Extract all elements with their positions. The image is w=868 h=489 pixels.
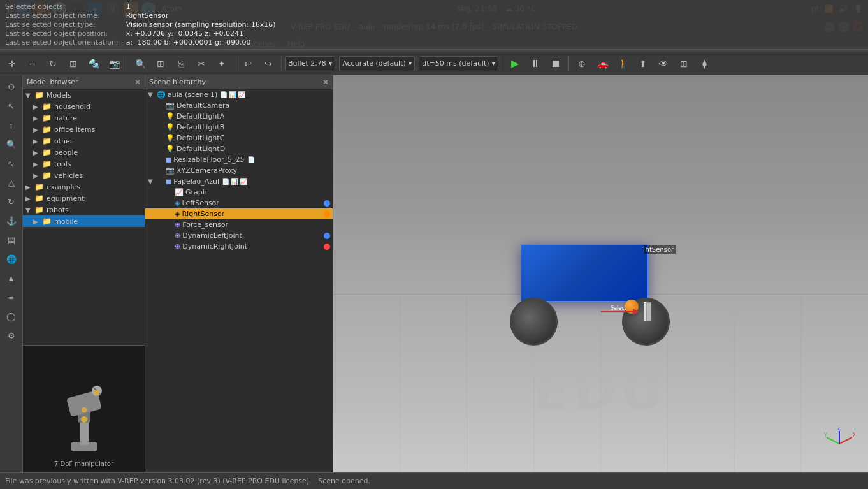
svg-text:Z: Z xyxy=(837,428,841,432)
scene-item-lightD[interactable]: 💡 DefaultLightD xyxy=(145,143,333,154)
scene-item-xyz-proxy[interactable]: 📷 XYZCameraProxy xyxy=(145,165,333,176)
tool-layers[interactable]: ▤ xyxy=(3,231,20,249)
model-browser-tree: ▼ 📁 Models ▶ 📁 household ▶ 📁 nature ▶ 📁 … xyxy=(23,89,145,345)
joint-icon: ⊕ xyxy=(175,221,180,229)
tree-tools[interactable]: ▶ 📁 tools xyxy=(23,158,145,170)
scene-item-label: RightSensor xyxy=(182,210,224,218)
scene-item-label: ResizableFloor_5_25 xyxy=(173,156,244,164)
tool-move[interactable]: ↕ xyxy=(3,116,20,134)
tree-vehicles[interactable]: ▶ 📁 vehicles xyxy=(23,170,145,181)
obj-name-label: Last selected object name: xyxy=(5,11,119,20)
tool-triangle2[interactable]: ▲ xyxy=(3,269,20,287)
tool-globe[interactable]: 🌐 xyxy=(3,250,20,268)
grid-button[interactable]: ⊞ xyxy=(674,55,693,73)
select-tool-button[interactable]: ✛ xyxy=(3,55,22,73)
tree-examples[interactable]: ▶ 📁 examples xyxy=(23,181,145,193)
mesh-icon-2: ◼ xyxy=(166,177,171,186)
tool-select[interactable]: ↖ xyxy=(3,97,20,115)
model-browser-close[interactable]: ✕ xyxy=(134,78,141,87)
tree-nature[interactable]: ▶ 📁 nature xyxy=(23,112,145,124)
view3d-button[interactable]: ⊕ xyxy=(572,55,591,73)
toggle-icon: ▶ xyxy=(25,184,33,191)
scene-item-lightC[interactable]: 💡 DefaultLightC xyxy=(145,133,333,143)
tree-people[interactable]: ▶ 📁 people xyxy=(23,147,145,158)
tool-gear[interactable]: ⚙ xyxy=(3,326,20,344)
tool-circle[interactable]: ◯ xyxy=(3,307,20,325)
tree-mobile[interactable]: ▶ 📁 mobile xyxy=(23,215,145,227)
cut-button[interactable]: ✂ xyxy=(192,55,211,73)
scene-item-floor[interactable]: ◼ ResizableFloor_5_25 📄 xyxy=(145,154,333,165)
folder-icon: 📁 xyxy=(34,194,44,203)
scene-item-left-joint[interactable]: ⊕ DynamicLeftJoint xyxy=(145,230,333,241)
translate-tool-button[interactable]: ↔ xyxy=(23,55,42,73)
folder-icon: 📁 xyxy=(42,125,52,134)
tree-household[interactable]: ▶ 📁 household xyxy=(23,101,145,112)
scale-tool-button[interactable]: ⊞ xyxy=(64,55,83,73)
script-icon: 📄 xyxy=(220,91,228,98)
camera-button[interactable]: 📷 xyxy=(105,55,124,73)
chart2-icon: 📈 xyxy=(238,91,245,98)
magnify-button[interactable]: 🔍 xyxy=(131,55,150,73)
tree-robots[interactable]: ▼ 📁 robots xyxy=(23,204,145,215)
scene-item-right-joint[interactable]: ⊕ DynamicRightJoint xyxy=(145,241,333,252)
tree-equipment[interactable]: ▶ 📁 equipment xyxy=(23,193,145,204)
toggle-icon: ▶ xyxy=(33,103,41,110)
undo-button[interactable]: ↩ xyxy=(238,55,257,73)
scene-world-icon: 🌐 xyxy=(157,91,166,99)
redo-button[interactable]: ↪ xyxy=(259,55,278,73)
svg-marker-18 xyxy=(633,309,639,315)
scene-hierarchy-header: Scene hierarchy ✕ xyxy=(145,75,333,89)
selection-gizmo-svg: Select xyxy=(601,302,639,321)
paste-button[interactable]: ⎘ xyxy=(171,55,191,73)
scene-hierarchy-close[interactable]: ✕ xyxy=(322,78,329,87)
joint-icon-2: ⊕ xyxy=(175,231,180,240)
timestep-dropdown[interactable]: dt=50 ms (default) ▾ xyxy=(419,56,498,71)
eye-button[interactable]: 👁 xyxy=(654,55,673,73)
sensor-icon-2: ◈ xyxy=(175,210,180,218)
tool-stack[interactable]: ≡ xyxy=(3,288,20,306)
blue-box-object xyxy=(521,244,648,302)
assemble-button[interactable]: 🔩 xyxy=(84,55,103,73)
scene-item-default-camera[interactable]: 📷 DefaultCamera xyxy=(145,100,333,111)
play-button[interactable]: ▶ xyxy=(505,55,524,73)
svg-point-6 xyxy=(81,416,87,423)
accuracy-dropdown[interactable]: Accurate (default) ▾ xyxy=(339,56,415,71)
physics-engine-dropdown[interactable]: Bullet 2.78 ▾ xyxy=(285,56,335,71)
pointer-button[interactable]: ⬆ xyxy=(633,55,653,73)
layer-button[interactable]: ⧫ xyxy=(695,55,714,73)
robots-label: robots xyxy=(47,206,69,214)
copy-button[interactable]: ⊞ xyxy=(151,55,170,73)
tree-models-root[interactable]: ▼ 📁 Models xyxy=(23,89,145,101)
tool-shapes[interactable]: △ xyxy=(3,173,20,191)
drag-button[interactable]: ✦ xyxy=(212,55,231,73)
3d-viewport[interactable]: htSensor Select EDU X Y Z xyxy=(333,75,868,472)
toggle-icon: ▶ xyxy=(33,218,41,225)
scene-item-papelao[interactable]: ▼ ◼ Papelao_Azul 📄 📊 📈 xyxy=(145,176,333,187)
svg-rect-1 xyxy=(80,420,89,445)
toggle-icon: ▶ xyxy=(33,161,41,168)
stop-button[interactable]: ⏹ xyxy=(546,55,565,73)
tool-rotate[interactable]: ↻ xyxy=(3,193,20,210)
toggle-icon: ▶ xyxy=(33,172,41,179)
tree-other[interactable]: ▶ 📁 other xyxy=(23,135,145,147)
scene-item-right-sensor[interactable]: ◈ RightSensor xyxy=(145,208,333,219)
scene-item-force-sensor[interactable]: ⊕ Force_sensor xyxy=(145,219,333,230)
folder-icon: 📁 xyxy=(42,159,52,168)
camera2-button[interactable]: 🚶 xyxy=(613,55,632,73)
tree-office-items[interactable]: ▶ 📁 office items xyxy=(23,124,145,135)
tool-anchor[interactable]: ⚓ xyxy=(3,212,20,230)
tool-wave[interactable]: ∿ xyxy=(3,154,20,172)
selected-count-value: 1 xyxy=(126,3,863,11)
scene-item-graph[interactable]: 📈 Graph xyxy=(145,187,333,198)
rotate-tool-button[interactable]: ↻ xyxy=(43,55,62,73)
light-icon-4: 💡 xyxy=(166,145,175,153)
scene-item-lightB[interactable]: 💡 DefaultLightB xyxy=(145,122,333,133)
tool-settings[interactable]: ⚙ xyxy=(3,78,20,96)
tool-zoom[interactable]: 🔍 xyxy=(3,135,20,153)
scene-item-left-sensor[interactable]: ◈ LeftSensor xyxy=(145,198,333,208)
camera1-button[interactable]: 🚗 xyxy=(593,55,612,73)
scene-item-aula[interactable]: ▼ 🌐 aula (scene 1) 📄 📊 📈 xyxy=(145,89,333,100)
pause-button[interactable]: ⏸ xyxy=(526,55,545,73)
robot-arm-preview-svg xyxy=(49,381,119,458)
scene-item-lightA[interactable]: 💡 DefaultLightA xyxy=(145,111,333,122)
